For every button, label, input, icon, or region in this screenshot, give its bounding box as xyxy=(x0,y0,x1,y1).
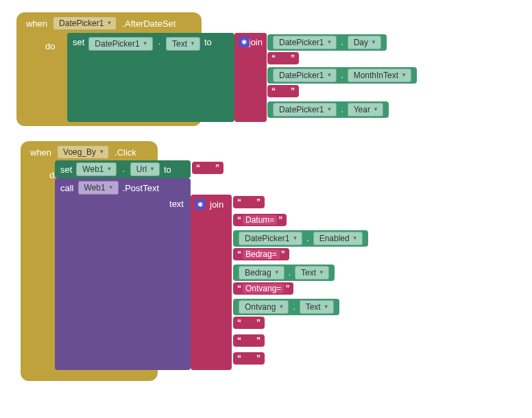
lbl: Web1 xyxy=(84,182,106,193)
getter-datepicker-year[interactable]: DatePicker1▼ . Year▼ xyxy=(267,101,389,118)
call-web1-posttext[interactable]: call Web1 ▼ .PostText text xyxy=(55,178,191,370)
quote-icon: ” xyxy=(256,336,261,345)
to-keyword: to xyxy=(204,37,212,47)
set-keyword: set xyxy=(60,164,72,175)
getter-comp[interactable]: DatePicker1▼ xyxy=(239,232,302,245)
getter-prop[interactable]: MonthInText▼ xyxy=(348,69,411,82)
set-keyword: set xyxy=(73,37,84,47)
quote-icon: ” xyxy=(215,163,219,173)
string-r7[interactable]: “” xyxy=(233,317,265,329)
chevron-down-icon: ▼ xyxy=(352,233,358,244)
gear-icon[interactable]: ✱ xyxy=(195,199,206,210)
when-component-label: Voeg_By xyxy=(63,147,96,158)
quote-icon: “ xyxy=(237,284,241,293)
set-target-dropdown[interactable]: Web1 ▼ xyxy=(76,162,117,176)
set-prop-label: Text xyxy=(172,38,187,49)
set-target-label: DatePicker1 xyxy=(95,38,139,49)
getter-prop[interactable]: Text▼ xyxy=(295,266,329,280)
string-r9[interactable]: “” xyxy=(233,352,265,365)
quote-icon: ” xyxy=(291,86,295,96)
set-prop-dropdown[interactable]: Url ▼ xyxy=(130,162,160,176)
getter-ontvang-text[interactable]: Ontvang▼ . Text▼ xyxy=(233,299,339,315)
chevron-down-icon: ▼ xyxy=(190,38,195,49)
chevron-down-icon: ▼ xyxy=(106,164,112,175)
getter-datepicker-enabled[interactable]: DatePicker1▼ . Enabled▼ xyxy=(233,230,368,247)
gear-icon[interactable]: ✱ xyxy=(239,36,250,47)
when-keyword: when xyxy=(26,19,47,29)
getter-prop[interactable]: Enabled▼ xyxy=(313,232,363,245)
lbl: DatePicker1 xyxy=(245,233,289,244)
call-target-dropdown[interactable]: Web1 ▼ xyxy=(78,181,119,195)
dot: . xyxy=(121,164,125,174)
quote-icon: “ xyxy=(237,354,241,363)
join-block-2[interactable]: ✱ join xyxy=(191,195,232,370)
string-ontvang[interactable]: “Ontvang=” xyxy=(233,282,293,295)
string-empty-1[interactable]: “” xyxy=(267,52,299,64)
getter-comp[interactable]: DatePicker1▼ xyxy=(273,69,337,82)
chevron-down-icon: ▼ xyxy=(149,164,155,175)
do-label: do xyxy=(45,41,55,51)
getter-datepicker-monthintext[interactable]: DatePicker1▼ . MonthInText▼ xyxy=(267,67,417,84)
when-component-dropdown[interactable]: Voeg_By ▼ xyxy=(57,145,109,159)
lbl: Day xyxy=(354,37,368,48)
quote-icon: “ xyxy=(237,197,241,207)
chevron-down-icon: ▼ xyxy=(143,38,148,49)
string-field[interactable]: Ontvang= xyxy=(243,284,284,293)
call-arg-label: text xyxy=(169,199,184,209)
string-r8[interactable]: “” xyxy=(233,334,265,347)
getter-prop[interactable]: Day▼ xyxy=(348,36,381,49)
dot: . xyxy=(157,37,162,47)
getter-comp[interactable]: Bedrag▼ xyxy=(239,266,285,280)
set-target-label: Web1 xyxy=(82,164,104,175)
quote-icon: ” xyxy=(281,249,285,259)
lbl: Year xyxy=(354,104,370,115)
string-datum[interactable]: “Datum=” xyxy=(233,214,287,226)
string-bedrag[interactable]: “Bedrag=” xyxy=(233,248,289,260)
getter-prop[interactable]: Year▼ xyxy=(348,103,383,116)
call-method: .PostText xyxy=(123,183,159,193)
string-empty-2[interactable]: “” xyxy=(267,85,299,97)
dot: . xyxy=(291,302,296,312)
chevron-down-icon: ▼ xyxy=(292,233,298,244)
dot: . xyxy=(339,71,344,80)
quote-icon: ” xyxy=(256,318,261,328)
set-datepicker-text[interactable]: set DatePicker1 ▼ . Text ▼ to xyxy=(67,33,234,122)
set-prop-dropdown[interactable]: Text ▼ xyxy=(166,37,200,51)
chevron-down-icon: ▼ xyxy=(326,104,332,115)
lbl: MonthInText xyxy=(354,70,398,81)
chevron-down-icon: ▼ xyxy=(401,70,407,81)
quote-icon: “ xyxy=(271,53,276,63)
when-header: when Voeg_By ▼ .Click xyxy=(21,141,158,162)
when-event: .Click xyxy=(114,147,136,158)
chevron-down-icon: ▼ xyxy=(99,147,104,158)
set-target-dropdown[interactable]: DatePicker1 ▼ xyxy=(88,37,152,51)
quote-icon: “ xyxy=(271,86,276,96)
string-field[interactable]: Bedrag= xyxy=(243,249,280,259)
call-header: call Web1 ▼ .PostText xyxy=(55,178,191,197)
join-label-row: ✱ join xyxy=(234,33,267,51)
quote-icon: “ xyxy=(237,249,241,259)
getter-comp[interactable]: DatePicker1▼ xyxy=(273,103,337,116)
string-url-empty[interactable]: “” xyxy=(192,162,223,174)
join-keyword: join xyxy=(210,199,223,210)
set-web1-url[interactable]: set Web1 ▼ . Url ▼ to xyxy=(55,160,191,178)
getter-datepicker-day[interactable]: DatePicker1▼ . Day▼ xyxy=(267,34,387,51)
getter-comp[interactable]: DatePicker1▼ xyxy=(273,36,337,49)
when-event: .AfterDateSet xyxy=(122,19,176,29)
lbl: DatePicker1 xyxy=(279,104,324,115)
quote-icon: ” xyxy=(256,354,261,363)
dot: . xyxy=(305,234,310,243)
lbl: Enabled xyxy=(319,233,350,244)
getter-prop[interactable]: Text▼ xyxy=(300,300,334,314)
quote-icon: “ xyxy=(237,215,241,225)
dot: . xyxy=(339,105,344,114)
getter-comp[interactable]: Ontvang▼ xyxy=(239,300,289,314)
dot: . xyxy=(339,38,344,47)
getter-bedrag-text[interactable]: Bedrag▼ . Text▼ xyxy=(233,265,335,281)
when-component-dropdown[interactable]: DatePicker1 ▼ xyxy=(53,16,117,30)
string-r0[interactable]: “” xyxy=(233,196,265,208)
when-header: when DatePicker1 ▼ .AfterDateSet xyxy=(16,12,202,33)
chevron-down-icon: ▼ xyxy=(106,18,112,29)
string-field[interactable]: Datum= xyxy=(243,215,277,225)
chevron-down-icon: ▼ xyxy=(274,267,280,278)
